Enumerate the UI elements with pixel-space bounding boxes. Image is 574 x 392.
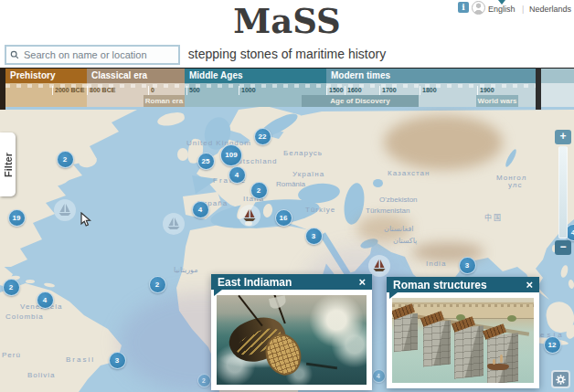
map-cluster-marker[interactable]: 3	[109, 352, 126, 369]
map-cluster-marker[interactable]: 3	[305, 228, 323, 245]
bridge-pier-art	[454, 325, 484, 378]
map-country-label: Colombia	[5, 313, 44, 321]
map-cluster-marker[interactable]: 4	[37, 291, 54, 309]
search-icon	[10, 50, 19, 59]
map-country-label: Bolivia	[27, 371, 56, 379]
timeline-tick: 1500	[326, 86, 344, 95]
zoom-slider[interactable]	[558, 146, 568, 238]
figure-art	[500, 355, 503, 363]
info-icon[interactable]: i	[458, 2, 469, 13]
map-cluster-marker[interactable]: 4	[192, 201, 209, 218]
timeline-tick: 2000 BCE	[52, 86, 84, 95]
timeline-tick: 1800	[420, 86, 437, 95]
map-cluster-marker[interactable]: 2	[57, 151, 74, 168]
sailboat-icon	[372, 260, 387, 272]
timeline-tick: 800 BCE	[87, 86, 115, 95]
timeline-overflow-header	[541, 69, 574, 83]
timeline-tick: 1700	[379, 86, 397, 95]
language-nederlands[interactable]: Nederlands	[529, 5, 571, 14]
map-cluster-marker[interactable]: 2	[250, 182, 268, 199]
timeline-tick: 1000	[239, 86, 256, 95]
map-cluster-marker[interactable]: 4	[372, 369, 386, 383]
map-cluster-marker[interactable]: 4	[229, 166, 246, 184]
gear-icon	[555, 374, 567, 386]
map-cluster-marker[interactable]: 22	[254, 128, 271, 145]
wreck-marker[interactable]	[239, 205, 260, 227]
popup-title: Roman structures	[393, 279, 487, 291]
map-country-label: موريتانيا	[174, 266, 197, 274]
search-box[interactable]	[5, 45, 180, 65]
timeline-tick: 500	[186, 86, 200, 95]
search-input[interactable]	[22, 48, 172, 61]
timeline-bands: PrehistoryClassical eraMiddle AgesModern…	[0, 69, 574, 110]
map-cluster-marker[interactable]: 2	[3, 279, 20, 296]
map-cluster-marker[interactable]: 25	[197, 153, 215, 170]
user-icon[interactable]	[472, 1, 485, 15]
settings-button[interactable]	[551, 370, 570, 388]
popup-roman-structures: Roman structures ×	[387, 277, 539, 388]
map-cluster-marker[interactable]: 19	[8, 209, 26, 227]
figure-art	[493, 359, 495, 365]
popup-title: East Indiaman	[218, 276, 292, 289]
close-icon[interactable]: ×	[526, 279, 533, 291]
map-country-label: 中国	[484, 212, 503, 222]
timeline-era-header[interactable]: Middle Ages	[185, 69, 326, 83]
popup-header[interactable]: Roman structures ×	[387, 277, 539, 292]
timeline-era-header[interactable]: Prehistory	[5, 69, 87, 83]
map-cluster-marker[interactable]: 2	[149, 276, 166, 293]
timeline-period[interactable]: Roman era	[144, 95, 185, 107]
map-country-label: Türkmenistan	[366, 207, 409, 215]
floating-debris-art	[306, 363, 337, 370]
timeline[interactable]: PrehistoryClassical eraMiddle AgesModern…	[0, 68, 574, 110]
timeline-era-header[interactable]: Modern times	[326, 69, 536, 83]
timeline-left-handle[interactable]	[0, 68, 5, 110]
map-country-label: Беларусь	[283, 149, 323, 157]
page-header: MaSS stepping stones of maritime history…	[0, 0, 574, 68]
mouse-cursor	[80, 212, 91, 231]
wreck-marker[interactable]	[54, 199, 76, 221]
sailboat-icon	[58, 204, 72, 217]
zoom-out-button[interactable]: −	[555, 240, 571, 255]
language-english[interactable]: English	[488, 5, 516, 14]
map-country-label: O'zbekiston	[379, 196, 418, 204]
timeline-tick: 0	[148, 86, 154, 95]
roman-structures-illustration[interactable]	[392, 298, 534, 383]
timeline-era-header[interactable]: Classical era	[87, 69, 185, 83]
timeline-period[interactable]: Age of Discovery	[302, 95, 419, 107]
map-country-label: улс	[508, 181, 523, 189]
map-country-label: România	[276, 180, 305, 188]
map-country-label: Türkiye	[305, 206, 335, 214]
map-country-label: افغانستان	[384, 225, 413, 233]
map-country-label: پاکستان	[393, 237, 417, 245]
map-country-label: United Kingdom	[186, 139, 251, 147]
map-country-label: India	[426, 260, 446, 268]
timeline-period[interactable]: World wars	[476, 95, 518, 107]
map-cluster-marker[interactable]: 16	[275, 209, 292, 227]
map-country-label: Brasil	[66, 355, 95, 364]
timeline-tick: 1600	[345, 86, 362, 95]
map-country-label: Казахстан	[388, 169, 430, 177]
wreck-marker[interactable]	[163, 213, 185, 235]
map-cluster-marker[interactable]: 3	[459, 257, 476, 274]
zoom-in-button[interactable]: +	[555, 130, 571, 144]
map-cluster-marker[interactable]: 12	[544, 336, 561, 354]
language-divider: |	[522, 5, 524, 14]
popup-header[interactable]: East Indiaman ×	[211, 274, 372, 290]
timeline-tick: 1900	[477, 86, 494, 95]
filter-tab[interactable]: Filter	[0, 132, 16, 196]
map-country-label: Perú	[2, 351, 21, 359]
boat-art	[487, 364, 509, 370]
map-country-label: Україна	[292, 170, 324, 178]
map-cluster-marker[interactable]: 2	[197, 374, 211, 387]
tree-art	[507, 315, 516, 322]
bridge-pier-art	[394, 313, 418, 353]
sailboat-icon	[166, 217, 181, 230]
filter-tab-label: Filter	[3, 153, 14, 177]
map-cluster-marker[interactable]: 109	[220, 144, 242, 166]
close-icon[interactable]: ×	[358, 276, 366, 288]
bridge-pier-art	[423, 320, 451, 366]
timeline-overflow-body	[541, 83, 574, 107]
east-indiaman-shipwreck-painting[interactable]	[217, 295, 367, 385]
timeline-right-handle[interactable]	[536, 67, 541, 110]
sail-art	[269, 295, 287, 309]
